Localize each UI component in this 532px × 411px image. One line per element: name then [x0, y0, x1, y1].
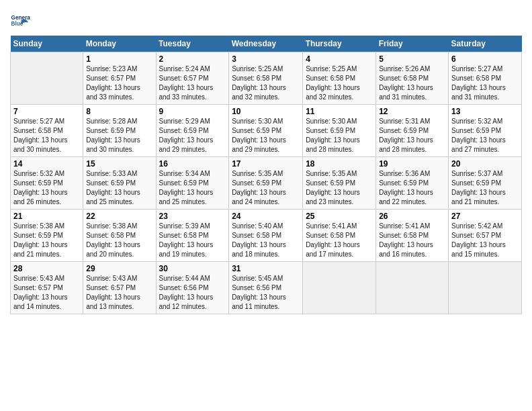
day-number: 6 — [451, 54, 519, 64]
day-cell: 28Sunrise: 5:43 AM Sunset: 6:57 PM Dayli… — [11, 262, 83, 314]
day-info: Sunrise: 5:43 AM Sunset: 6:57 PM Dayligh… — [86, 275, 140, 310]
calendar-header: SundayMondayTuesdayWednesdayThursdayFrid… — [11, 36, 522, 52]
day-info: Sunrise: 5:45 AM Sunset: 6:56 PM Dayligh… — [232, 275, 286, 310]
day-info: Sunrise: 5:31 AM Sunset: 6:59 PM Dayligh… — [379, 118, 433, 153]
day-number: 29 — [86, 264, 152, 273]
calendar-body: 1Sunrise: 5:23 AM Sunset: 6:57 PM Daylig… — [11, 52, 522, 314]
day-cell: 15Sunrise: 5:33 AM Sunset: 6:59 PM Dayli… — [83, 157, 156, 210]
day-info: Sunrise: 5:39 AM Sunset: 6:58 PM Dayligh… — [159, 222, 214, 258]
day-number: 24 — [232, 212, 300, 221]
svg-text:Blue: Blue — [11, 21, 24, 27]
day-cell — [303, 262, 376, 314]
day-cell: 14Sunrise: 5:32 AM Sunset: 6:59 PM Dayli… — [11, 157, 83, 210]
day-number: 23 — [159, 212, 226, 221]
day-number: 1 — [86, 54, 152, 64]
day-cell: 1Sunrise: 5:23 AM Sunset: 6:57 PM Daylig… — [83, 52, 156, 105]
day-cell: 7Sunrise: 5:27 AM Sunset: 6:58 PM Daylig… — [11, 105, 83, 157]
day-cell: 24Sunrise: 5:40 AM Sunset: 6:58 PM Dayli… — [229, 210, 303, 262]
day-cell: 27Sunrise: 5:42 AM Sunset: 6:57 PM Dayli… — [449, 210, 522, 262]
day-number: 25 — [306, 212, 373, 221]
main-container: General Blue SundayMondayTuesdayWednesda… — [0, 0, 532, 321]
day-info: Sunrise: 5:40 AM Sunset: 6:58 PM Dayligh… — [232, 222, 286, 258]
day-number: 3 — [232, 54, 300, 64]
day-info: Sunrise: 5:33 AM Sunset: 6:59 PM Dayligh… — [86, 170, 140, 205]
day-cell: 29Sunrise: 5:43 AM Sunset: 6:57 PM Dayli… — [83, 262, 156, 314]
day-cell: 17Sunrise: 5:35 AM Sunset: 6:59 PM Dayli… — [229, 157, 303, 210]
day-cell: 3Sunrise: 5:25 AM Sunset: 6:58 PM Daylig… — [229, 52, 303, 105]
day-info: Sunrise: 5:37 AM Sunset: 6:59 PM Dayligh… — [451, 170, 506, 205]
day-number: 12 — [379, 107, 445, 116]
day-info: Sunrise: 5:26 AM Sunset: 6:58 PM Dayligh… — [379, 65, 433, 101]
day-cell: 20Sunrise: 5:37 AM Sunset: 6:59 PM Dayli… — [449, 157, 522, 210]
day-info: Sunrise: 5:36 AM Sunset: 6:59 PM Dayligh… — [379, 170, 433, 205]
header-cell-monday: Monday — [83, 36, 156, 52]
header-row: SundayMondayTuesdayWednesdayThursdayFrid… — [11, 36, 522, 52]
svg-text:General: General — [11, 15, 31, 21]
day-cell — [376, 262, 449, 314]
day-info: Sunrise: 5:27 AM Sunset: 6:58 PM Dayligh… — [13, 118, 68, 153]
day-cell: 5Sunrise: 5:26 AM Sunset: 6:58 PM Daylig… — [376, 52, 449, 105]
header-cell-thursday: Thursday — [303, 36, 376, 52]
day-number: 31 — [232, 264, 300, 273]
day-cell: 2Sunrise: 5:24 AM Sunset: 6:57 PM Daylig… — [156, 52, 229, 105]
day-info: Sunrise: 5:38 AM Sunset: 6:58 PM Dayligh… — [86, 222, 140, 258]
header-cell-tuesday: Tuesday — [156, 36, 229, 52]
calendar-table: SundayMondayTuesdayWednesdayThursdayFrid… — [10, 36, 522, 314]
day-number: 5 — [379, 54, 445, 64]
day-cell: 8Sunrise: 5:28 AM Sunset: 6:59 PM Daylig… — [83, 105, 156, 157]
header-cell-sunday: Sunday — [11, 36, 83, 52]
day-info: Sunrise: 5:24 AM Sunset: 6:57 PM Dayligh… — [159, 65, 214, 101]
day-number: 22 — [86, 212, 152, 221]
day-cell: 26Sunrise: 5:41 AM Sunset: 6:58 PM Dayli… — [376, 210, 449, 262]
day-cell: 11Sunrise: 5:30 AM Sunset: 6:59 PM Dayli… — [303, 105, 376, 157]
day-info: Sunrise: 5:32 AM Sunset: 6:59 PM Dayligh… — [451, 118, 506, 153]
day-info: Sunrise: 5:25 AM Sunset: 6:58 PM Dayligh… — [306, 65, 360, 101]
day-cell: 31Sunrise: 5:45 AM Sunset: 6:56 PM Dayli… — [229, 262, 303, 314]
day-number: 7 — [13, 107, 80, 116]
day-cell: 18Sunrise: 5:35 AM Sunset: 6:59 PM Dayli… — [303, 157, 376, 210]
week-row: 21Sunrise: 5:38 AM Sunset: 6:59 PM Dayli… — [11, 210, 522, 262]
logo: General Blue — [10, 10, 33, 30]
day-number: 17 — [232, 159, 300, 169]
week-row: 14Sunrise: 5:32 AM Sunset: 6:59 PM Dayli… — [11, 157, 522, 210]
day-info: Sunrise: 5:35 AM Sunset: 6:59 PM Dayligh… — [232, 170, 286, 205]
day-info: Sunrise: 5:38 AM Sunset: 6:59 PM Dayligh… — [13, 222, 68, 258]
day-info: Sunrise: 5:27 AM Sunset: 6:58 PM Dayligh… — [451, 65, 506, 101]
day-cell: 21Sunrise: 5:38 AM Sunset: 6:59 PM Dayli… — [11, 210, 83, 262]
day-number: 2 — [159, 54, 226, 64]
day-number: 28 — [13, 264, 80, 273]
day-number: 8 — [86, 107, 152, 116]
week-row: 28Sunrise: 5:43 AM Sunset: 6:57 PM Dayli… — [11, 262, 522, 314]
day-cell: 16Sunrise: 5:34 AM Sunset: 6:59 PM Dayli… — [156, 157, 229, 210]
day-number: 19 — [379, 159, 445, 169]
day-info: Sunrise: 5:32 AM Sunset: 6:59 PM Dayligh… — [13, 170, 68, 205]
day-info: Sunrise: 5:44 AM Sunset: 6:56 PM Dayligh… — [159, 275, 214, 310]
day-number: 10 — [232, 107, 300, 116]
day-cell — [449, 262, 522, 314]
day-cell: 12Sunrise: 5:31 AM Sunset: 6:59 PM Dayli… — [376, 105, 449, 157]
week-row: 1Sunrise: 5:23 AM Sunset: 6:57 PM Daylig… — [11, 52, 522, 105]
day-info: Sunrise: 5:41 AM Sunset: 6:58 PM Dayligh… — [306, 222, 360, 258]
day-number: 11 — [306, 107, 373, 116]
day-number: 9 — [159, 107, 226, 116]
day-number: 20 — [451, 159, 519, 169]
day-cell — [11, 52, 83, 105]
day-info: Sunrise: 5:29 AM Sunset: 6:59 PM Dayligh… — [159, 118, 214, 153]
header-cell-friday: Friday — [376, 36, 449, 52]
day-number: 27 — [451, 212, 519, 221]
day-info: Sunrise: 5:34 AM Sunset: 6:59 PM Dayligh… — [159, 170, 214, 205]
day-info: Sunrise: 5:42 AM Sunset: 6:57 PM Dayligh… — [451, 222, 506, 258]
day-number: 16 — [159, 159, 226, 169]
day-number: 4 — [306, 54, 373, 64]
day-number: 21 — [13, 212, 80, 221]
day-info: Sunrise: 5:43 AM Sunset: 6:57 PM Dayligh… — [13, 275, 68, 310]
day-cell: 22Sunrise: 5:38 AM Sunset: 6:58 PM Dayli… — [83, 210, 156, 262]
day-info: Sunrise: 5:25 AM Sunset: 6:58 PM Dayligh… — [232, 65, 286, 101]
header: General Blue — [10, 7, 522, 30]
day-number: 15 — [86, 159, 152, 169]
day-cell: 13Sunrise: 5:32 AM Sunset: 6:59 PM Dayli… — [449, 105, 522, 157]
day-cell: 6Sunrise: 5:27 AM Sunset: 6:58 PM Daylig… — [449, 52, 522, 105]
day-cell: 10Sunrise: 5:30 AM Sunset: 6:59 PM Dayli… — [229, 105, 303, 157]
day-cell: 9Sunrise: 5:29 AM Sunset: 6:59 PM Daylig… — [156, 105, 229, 157]
day-cell: 25Sunrise: 5:41 AM Sunset: 6:58 PM Dayli… — [303, 210, 376, 262]
